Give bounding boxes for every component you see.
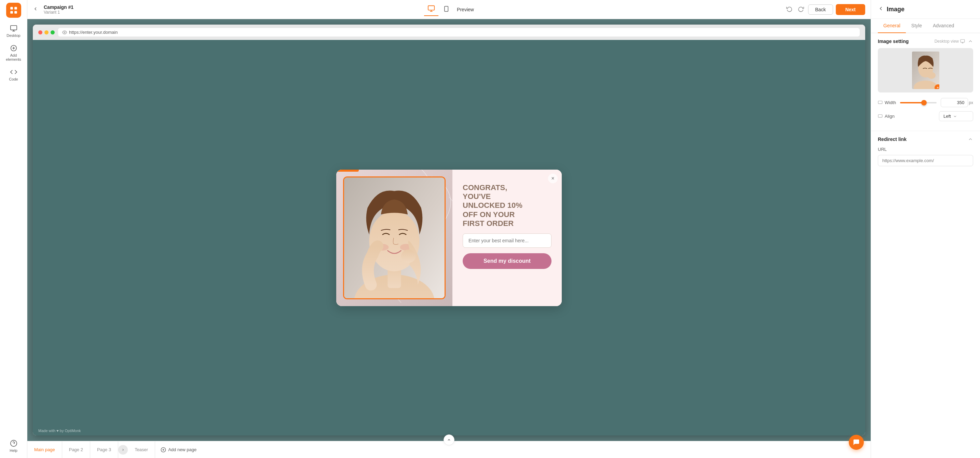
width-slider[interactable] <box>900 102 937 103</box>
chevron-up-button[interactable] <box>444 434 455 445</box>
browser-dots <box>38 30 55 35</box>
page-tab-main[interactable]: Main page <box>27 441 62 458</box>
device-desktop-button[interactable] <box>424 3 438 16</box>
url-input[interactable] <box>878 155 973 166</box>
popup-right: × CONGRATS,YOU'VEUNLOCKED 10%OFF ON YOUR… <box>452 170 562 306</box>
main-area: Campaign #1 Variant 1 Preview <box>27 0 871 458</box>
tab-advanced-label: Advanced <box>933 23 954 29</box>
watermark: Made with ♥ by OptiMonk <box>38 429 81 433</box>
browser-bar: https://enter.your.domain <box>33 25 865 40</box>
dot-yellow <box>45 30 49 35</box>
redirect-link-title: Redirect link <box>878 136 907 142</box>
dot-green <box>51 30 55 35</box>
redo-button[interactable] <box>797 5 805 14</box>
right-panel: Image General Style Advanced Image setti… <box>871 0 980 458</box>
image-preview-inner: + <box>912 52 939 89</box>
preview-label: Preview <box>457 7 474 12</box>
sidebar-item-display-label: Desktop <box>6 33 20 38</box>
image-preview-box[interactable]: + <box>878 48 973 92</box>
tab-general-label: General <box>883 23 900 29</box>
dot-red <box>38 30 42 35</box>
width-label-text: Width <box>885 100 896 105</box>
svg-rect-37 <box>878 114 882 117</box>
edit-mode-badge: Edit mode <box>336 170 359 172</box>
url-text: https://enter.your.domain <box>69 30 118 35</box>
campaign-variant: Variant 1 <box>44 10 73 15</box>
svg-rect-29 <box>961 40 965 42</box>
back-button[interactable]: Back <box>808 5 833 15</box>
popup-image-container[interactable] <box>343 176 445 299</box>
page-nav-next-button[interactable] <box>118 445 128 455</box>
section-collapse-icon[interactable] <box>968 38 973 44</box>
page-tab-3[interactable]: Page 3 <box>90 441 118 458</box>
redirect-collapse-icon[interactable] <box>968 136 973 142</box>
width-input[interactable]: 350 <box>941 98 968 107</box>
device-tabs: Preview <box>424 3 474 16</box>
svg-point-17 <box>64 32 65 33</box>
page-tab-teaser-label: Teaser <box>135 447 148 452</box>
undo-button[interactable] <box>785 5 794 14</box>
page-tab-2[interactable]: Page 2 <box>62 441 90 458</box>
woman-image <box>344 177 445 298</box>
align-value: Left <box>943 114 951 119</box>
page-tab-main-label: Main page <box>34 447 55 452</box>
section-header-redirect: Redirect link <box>878 136 973 142</box>
campaign-info: Campaign #1 Variant 1 <box>44 5 73 15</box>
svg-rect-0 <box>10 7 13 10</box>
svg-rect-12 <box>428 6 434 10</box>
page-tab-3-label: Page 3 <box>97 447 111 452</box>
tab-advanced[interactable]: Advanced <box>928 19 959 33</box>
desktop-view-label: Desktop view <box>935 39 965 44</box>
right-panel-title: Image <box>887 6 905 13</box>
next-button[interactable]: Next <box>836 4 865 15</box>
svg-point-34 <box>928 72 935 79</box>
left-sidebar: Desktop Add elements Code Help <box>0 0 27 458</box>
popup-close-button[interactable]: × <box>548 174 558 183</box>
page-tab-teaser[interactable]: Teaser <box>128 441 155 458</box>
tab-style-label: Style <box>911 23 922 29</box>
right-panel-back-button[interactable] <box>878 5 884 13</box>
popup-heading-text: CONGRATS,YOU'VEUNLOCKED 10%OFF ON YOURFI… <box>463 183 522 228</box>
popup-modal: Edit mode <box>336 170 562 306</box>
popup-heading: CONGRATS,YOU'VEUNLOCKED 10%OFF ON YOURFI… <box>463 183 552 228</box>
section-header-image: Image setting Desktop view <box>878 38 973 44</box>
url-bar[interactable]: https://enter.your.domain <box>58 28 860 36</box>
canvas-area: https://enter.your.domain Edit mode <box>27 19 871 458</box>
svg-rect-1 <box>14 7 17 10</box>
sidebar-item-display[interactable]: Desktop <box>2 22 25 40</box>
add-page-label: Add new page <box>168 447 196 452</box>
sidebar-item-code[interactable]: Code <box>2 65 25 84</box>
right-panel-tabs: General Style Advanced <box>871 19 980 33</box>
tab-style[interactable]: Style <box>906 19 928 33</box>
right-panel-header: Image <box>871 0 980 19</box>
image-setting-section: Image setting Desktop view <box>871 33 980 131</box>
svg-rect-3 <box>14 11 17 14</box>
popup-submit-button[interactable]: Send my discount <box>463 253 552 269</box>
sidebar-item-help[interactable]: Help <box>2 437 25 455</box>
top-right-actions: Back Next <box>785 4 865 15</box>
sidebar-item-help-label: Help <box>10 448 18 453</box>
browser-content: Edit mode <box>33 40 865 436</box>
campaign-back-arrow[interactable] <box>33 6 38 13</box>
tab-general[interactable]: General <box>878 19 906 33</box>
width-unit: px <box>969 100 973 105</box>
align-field-row: Align Left <box>878 111 973 121</box>
chat-bubble[interactable] <box>849 435 864 450</box>
popup-email-input[interactable] <box>463 233 552 248</box>
page-tab-2-label: Page 2 <box>69 447 83 452</box>
sidebar-item-add-elements[interactable]: Add elements <box>2 42 25 64</box>
sidebar-item-add-elements-label: Add elements <box>4 53 23 62</box>
device-mobile-button[interactable] <box>440 3 453 16</box>
add-page-button[interactable]: Add new page <box>155 441 202 458</box>
url-label: URL <box>878 147 887 152</box>
sidebar-item-code-label: Code <box>9 77 18 81</box>
svg-rect-36 <box>878 101 882 103</box>
svg-rect-2 <box>10 11 13 14</box>
redirect-link-section: Redirect link URL <box>871 131 980 172</box>
logo-button[interactable] <box>6 3 21 18</box>
align-label: Align <box>878 114 894 119</box>
svg-rect-4 <box>10 25 16 30</box>
align-select[interactable]: Left <box>939 111 973 121</box>
campaign-title: Campaign #1 <box>44 5 73 10</box>
popup-left[interactable] <box>336 170 452 306</box>
